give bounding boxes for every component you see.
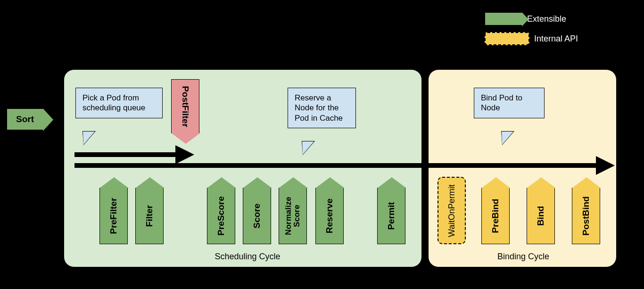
stage-score-label: Score <box>252 204 262 229</box>
stage-reserve-label: Reserve <box>324 198 335 233</box>
legend-internal: Internal API <box>485 32 578 45</box>
sort-label: Sort <box>16 114 34 124</box>
sort-arrow: Sort <box>7 108 43 130</box>
stage-score: Score <box>243 188 271 244</box>
axis-main-arrow-icon <box>74 163 597 168</box>
legend-internal-label: Internal API <box>534 34 578 44</box>
stage-prescore: PreScore <box>207 188 235 244</box>
legend-extensible: Extensible <box>485 12 566 25</box>
stage-normalize-score-label: Normalize Score <box>284 197 301 235</box>
scheduling-cycle-label: Scheduling Cycle <box>177 252 318 262</box>
stage-normalize-score: Normalize Score <box>279 188 307 244</box>
stage-postbind: PostBind <box>572 188 600 244</box>
callout-bind-text: Bind Pod to Node <box>481 93 522 112</box>
callout-pick-pod: Pick a Pod from scheduling queue <box>75 88 163 118</box>
stage-permit-label: Permit <box>386 202 396 230</box>
stage-prebind-label: PreBind <box>490 199 501 233</box>
stage-filter: Filter <box>135 188 164 244</box>
callout-reserve: Reserve a Node for the Pod in Cache <box>288 88 356 128</box>
stage-reserve: Reserve <box>315 188 344 244</box>
stage-postfilter-label: PostFilter <box>180 86 190 127</box>
axis-short-arrow-icon <box>74 152 176 157</box>
legend-extensible-label: Extensible <box>527 14 566 24</box>
stage-prescore-label: PreScore <box>216 196 226 235</box>
stage-bind-label: Bind <box>536 206 546 226</box>
callout-reserve-text: Reserve a Node for the Pod in Cache <box>295 93 343 123</box>
stage-wait-on-permit-label: WaitOnPermit <box>447 184 457 237</box>
callout-bind: Bind Pod to Node <box>474 88 545 118</box>
stage-bind: Bind <box>527 188 555 244</box>
stage-prefilter-label: PreFilter <box>108 198 119 234</box>
stage-prebind: PreBind <box>481 188 510 244</box>
stage-postfilter: PostFilter <box>171 79 199 133</box>
callout-pick-pod-text: Pick a Pod from scheduling queue <box>83 93 145 112</box>
binding-cycle-label: Binding Cycle <box>453 252 594 262</box>
legend-swatch-internal-icon <box>485 32 529 45</box>
stage-permit: Permit <box>377 188 405 244</box>
stage-prefilter: PreFilter <box>99 188 128 244</box>
legend-swatch-extensible-icon <box>485 12 522 25</box>
stage-postbind-label: PostBind <box>581 196 591 235</box>
stage-wait-on-permit: WaitOnPermit <box>438 177 466 244</box>
stage-filter-label: Filter <box>144 205 155 227</box>
